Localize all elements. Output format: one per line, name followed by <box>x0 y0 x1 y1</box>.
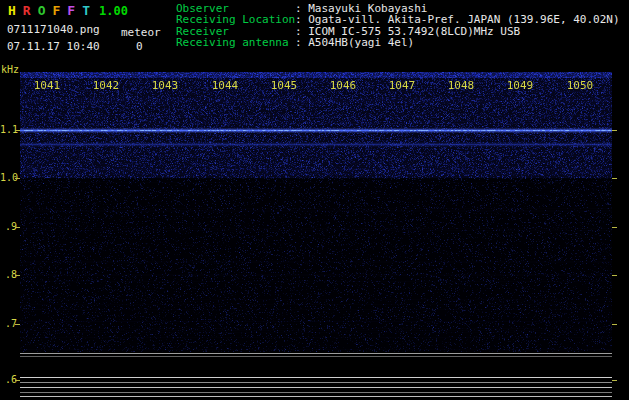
level-line <box>20 392 612 393</box>
x-axis-label: 1044 <box>208 79 242 92</box>
x-axis-label: 1049 <box>503 79 537 92</box>
axis-tick <box>15 380 20 381</box>
meteor-count: 0 <box>136 40 143 53</box>
title-letter: F <box>52 3 60 18</box>
axis-tick <box>612 227 617 228</box>
axis-tick <box>15 178 20 179</box>
info-value: : A504HB(yagi 4el) <box>295 36 414 49</box>
title-letter: F <box>67 3 75 18</box>
x-axis-label: 1041 <box>30 79 64 92</box>
freq-unit-label: kHz <box>1 64 19 75</box>
app-title: HROFFT1.00 <box>8 3 128 18</box>
title-letter: T <box>82 3 90 18</box>
hrofft-window: HROFFT1.00 0711171040.png meteor 0 07.11… <box>0 0 629 400</box>
datetime-label: 07.11.17 10:40 <box>7 40 100 53</box>
x-axis-label: 1046 <box>326 79 360 92</box>
axis-tick <box>612 324 617 325</box>
x-axis-label: 1047 <box>385 79 419 92</box>
axis-tick <box>612 380 617 381</box>
spectrogram-canvas <box>20 72 612 352</box>
axis-tick <box>612 178 617 179</box>
axis-tick <box>15 324 20 325</box>
x-axis-label: 1045 <box>267 79 301 92</box>
info-label: Receiving antenna <box>176 37 295 48</box>
axis-tick <box>15 130 20 131</box>
version-label: 1.00 <box>99 4 128 18</box>
axis-tick <box>612 275 617 276</box>
x-axis-label: 1042 <box>89 79 123 92</box>
info-row: Receiving antenna: A504HB(yagi 4el) <box>176 37 620 48</box>
level-line <box>20 387 612 388</box>
level-line <box>20 382 612 383</box>
axis-tick <box>612 130 617 131</box>
x-axis-label: 1050 <box>563 79 597 92</box>
title-letter: O <box>38 3 46 18</box>
level-line <box>20 396 612 397</box>
level-line <box>20 377 612 378</box>
title-letter: R <box>23 3 31 18</box>
axis-tick <box>15 275 20 276</box>
level-line <box>20 356 612 357</box>
axis-tick <box>15 227 20 228</box>
filename-label: 0711171040.png <box>7 23 100 36</box>
mode-label: meteor <box>121 26 161 39</box>
x-axis-label: 1048 <box>444 79 478 92</box>
level-line <box>20 353 612 354</box>
observation-info: Observer: Masayuki Kobayashi Receiving L… <box>176 3 620 49</box>
title-letter: H <box>8 3 16 18</box>
x-axis-label: 1043 <box>148 79 182 92</box>
